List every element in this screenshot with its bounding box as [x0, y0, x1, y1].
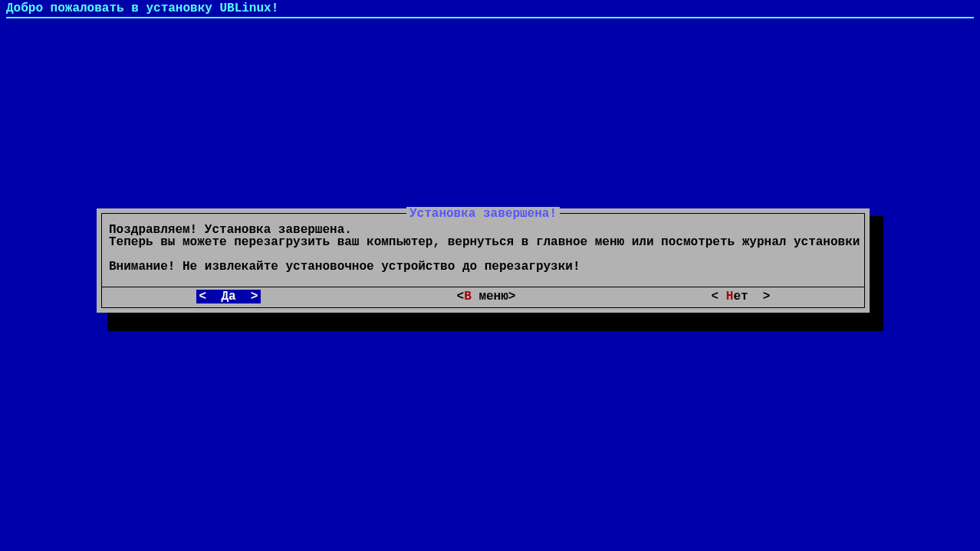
menu-button[interactable]: <В меню> — [457, 290, 516, 303]
button-row: < Да > <В меню> < Нет > — [98, 290, 868, 303]
page-title: Добро пожаловать в установку UBLinux! — [6, 2, 278, 15]
dialog-message: Поздравляем! Установка завершена. Теперь… — [109, 224, 857, 273]
installer-screen: Добро пожаловать в установку UBLinux! Ус… — [0, 0, 980, 551]
dialog-title: Установка завершена! — [406, 207, 560, 221]
msg-line3: Внимание! Не извлекайте установочное уст… — [109, 260, 580, 274]
install-complete-dialog: Установка завершена! Поздравляем! Устано… — [97, 208, 870, 313]
msg-line2: Теперь вы можете перезагрузить ваш компь… — [109, 235, 860, 249]
yes-button[interactable]: < Да > — [196, 290, 261, 303]
no-button[interactable]: < Нет > — [712, 290, 771, 303]
header-divider — [6, 17, 974, 18]
button-divider — [102, 287, 864, 287]
